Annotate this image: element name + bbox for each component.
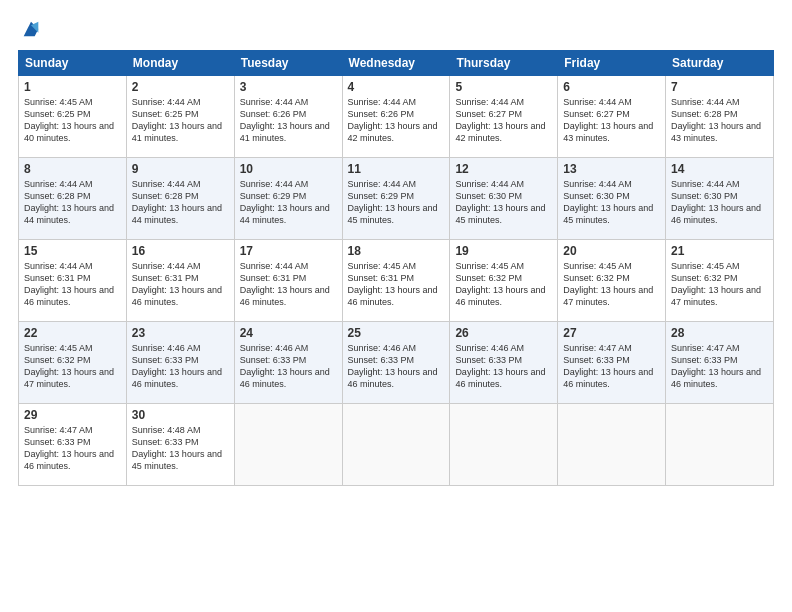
calendar-cell: 6 Sunrise: 4:44 AMSunset: 6:27 PMDayligh… [558,76,666,158]
day-number: 27 [563,326,660,340]
logo [18,18,42,40]
day-number: 7 [671,80,768,94]
calendar-cell: 28 Sunrise: 4:47 AMSunset: 6:33 PMDaylig… [666,322,774,404]
calendar-cell: 8 Sunrise: 4:44 AMSunset: 6:28 PMDayligh… [19,158,127,240]
day-info: Sunrise: 4:45 AMSunset: 6:32 PMDaylight:… [671,261,761,307]
header-sunday: Sunday [19,51,127,76]
day-info: Sunrise: 4:44 AMSunset: 6:25 PMDaylight:… [132,97,222,143]
calendar-cell [666,404,774,486]
day-number: 10 [240,162,337,176]
calendar-cell: 1 Sunrise: 4:45 AMSunset: 6:25 PMDayligh… [19,76,127,158]
calendar-cell: 30 Sunrise: 4:48 AMSunset: 6:33 PMDaylig… [126,404,234,486]
day-info: Sunrise: 4:44 AMSunset: 6:30 PMDaylight:… [455,179,545,225]
day-info: Sunrise: 4:45 AMSunset: 6:25 PMDaylight:… [24,97,114,143]
day-info: Sunrise: 4:44 AMSunset: 6:31 PMDaylight:… [24,261,114,307]
day-info: Sunrise: 4:44 AMSunset: 6:29 PMDaylight:… [240,179,330,225]
day-info: Sunrise: 4:44 AMSunset: 6:26 PMDaylight:… [240,97,330,143]
header-monday: Monday [126,51,234,76]
day-info: Sunrise: 4:44 AMSunset: 6:28 PMDaylight:… [24,179,114,225]
calendar-cell: 26 Sunrise: 4:46 AMSunset: 6:33 PMDaylig… [450,322,558,404]
logo-icon [20,18,42,40]
header-saturday: Saturday [666,51,774,76]
day-info: Sunrise: 4:44 AMSunset: 6:30 PMDaylight:… [563,179,653,225]
calendar-cell: 24 Sunrise: 4:46 AMSunset: 6:33 PMDaylig… [234,322,342,404]
calendar-table: Sunday Monday Tuesday Wednesday Thursday… [18,50,774,486]
calendar-cell: 25 Sunrise: 4:46 AMSunset: 6:33 PMDaylig… [342,322,450,404]
header-friday: Friday [558,51,666,76]
day-number: 9 [132,162,229,176]
calendar-cell: 12 Sunrise: 4:44 AMSunset: 6:30 PMDaylig… [450,158,558,240]
calendar-cell: 3 Sunrise: 4:44 AMSunset: 6:26 PMDayligh… [234,76,342,158]
day-number: 13 [563,162,660,176]
header [18,18,774,40]
header-thursday: Thursday [450,51,558,76]
calendar-cell [558,404,666,486]
day-number: 15 [24,244,121,258]
calendar-cell: 13 Sunrise: 4:44 AMSunset: 6:30 PMDaylig… [558,158,666,240]
day-info: Sunrise: 4:44 AMSunset: 6:29 PMDaylight:… [348,179,438,225]
calendar-cell: 10 Sunrise: 4:44 AMSunset: 6:29 PMDaylig… [234,158,342,240]
calendar-row: 1 Sunrise: 4:45 AMSunset: 6:25 PMDayligh… [19,76,774,158]
day-number: 1 [24,80,121,94]
calendar-cell: 14 Sunrise: 4:44 AMSunset: 6:30 PMDaylig… [666,158,774,240]
calendar-cell [234,404,342,486]
calendar-cell: 27 Sunrise: 4:47 AMSunset: 6:33 PMDaylig… [558,322,666,404]
day-info: Sunrise: 4:45 AMSunset: 6:32 PMDaylight:… [563,261,653,307]
day-number: 14 [671,162,768,176]
calendar-cell: 4 Sunrise: 4:44 AMSunset: 6:26 PMDayligh… [342,76,450,158]
calendar-cell [450,404,558,486]
day-number: 20 [563,244,660,258]
calendar-header-row: Sunday Monday Tuesday Wednesday Thursday… [19,51,774,76]
calendar-row: 15 Sunrise: 4:44 AMSunset: 6:31 PMDaylig… [19,240,774,322]
day-number: 29 [24,408,121,422]
calendar-cell: 23 Sunrise: 4:46 AMSunset: 6:33 PMDaylig… [126,322,234,404]
day-number: 6 [563,80,660,94]
day-number: 12 [455,162,552,176]
calendar-row: 29 Sunrise: 4:47 AMSunset: 6:33 PMDaylig… [19,404,774,486]
day-info: Sunrise: 4:47 AMSunset: 6:33 PMDaylight:… [671,343,761,389]
calendar-cell: 29 Sunrise: 4:47 AMSunset: 6:33 PMDaylig… [19,404,127,486]
day-info: Sunrise: 4:44 AMSunset: 6:28 PMDaylight:… [671,97,761,143]
day-info: Sunrise: 4:48 AMSunset: 6:33 PMDaylight:… [132,425,222,471]
day-info: Sunrise: 4:44 AMSunset: 6:30 PMDaylight:… [671,179,761,225]
day-info: Sunrise: 4:44 AMSunset: 6:26 PMDaylight:… [348,97,438,143]
day-number: 23 [132,326,229,340]
day-number: 22 [24,326,121,340]
calendar-cell: 20 Sunrise: 4:45 AMSunset: 6:32 PMDaylig… [558,240,666,322]
calendar-cell: 2 Sunrise: 4:44 AMSunset: 6:25 PMDayligh… [126,76,234,158]
day-info: Sunrise: 4:44 AMSunset: 6:31 PMDaylight:… [132,261,222,307]
day-info: Sunrise: 4:45 AMSunset: 6:32 PMDaylight:… [455,261,545,307]
day-info: Sunrise: 4:45 AMSunset: 6:31 PMDaylight:… [348,261,438,307]
day-info: Sunrise: 4:44 AMSunset: 6:27 PMDaylight:… [455,97,545,143]
day-number: 17 [240,244,337,258]
day-number: 24 [240,326,337,340]
day-info: Sunrise: 4:45 AMSunset: 6:32 PMDaylight:… [24,343,114,389]
day-number: 26 [455,326,552,340]
calendar-cell: 18 Sunrise: 4:45 AMSunset: 6:31 PMDaylig… [342,240,450,322]
day-info: Sunrise: 4:47 AMSunset: 6:33 PMDaylight:… [563,343,653,389]
calendar-row: 8 Sunrise: 4:44 AMSunset: 6:28 PMDayligh… [19,158,774,240]
day-info: Sunrise: 4:46 AMSunset: 6:33 PMDaylight:… [348,343,438,389]
calendar-cell: 17 Sunrise: 4:44 AMSunset: 6:31 PMDaylig… [234,240,342,322]
day-info: Sunrise: 4:46 AMSunset: 6:33 PMDaylight:… [132,343,222,389]
day-number: 3 [240,80,337,94]
calendar-cell: 9 Sunrise: 4:44 AMSunset: 6:28 PMDayligh… [126,158,234,240]
day-info: Sunrise: 4:47 AMSunset: 6:33 PMDaylight:… [24,425,114,471]
calendar-cell: 21 Sunrise: 4:45 AMSunset: 6:32 PMDaylig… [666,240,774,322]
calendar-cell: 11 Sunrise: 4:44 AMSunset: 6:29 PMDaylig… [342,158,450,240]
day-number: 5 [455,80,552,94]
calendar-cell [342,404,450,486]
calendar-cell: 19 Sunrise: 4:45 AMSunset: 6:32 PMDaylig… [450,240,558,322]
day-number: 19 [455,244,552,258]
page: Sunday Monday Tuesday Wednesday Thursday… [0,0,792,612]
day-number: 18 [348,244,445,258]
day-info: Sunrise: 4:46 AMSunset: 6:33 PMDaylight:… [455,343,545,389]
day-number: 2 [132,80,229,94]
header-wednesday: Wednesday [342,51,450,76]
day-info: Sunrise: 4:44 AMSunset: 6:31 PMDaylight:… [240,261,330,307]
calendar-row: 22 Sunrise: 4:45 AMSunset: 6:32 PMDaylig… [19,322,774,404]
calendar-cell: 7 Sunrise: 4:44 AMSunset: 6:28 PMDayligh… [666,76,774,158]
day-number: 4 [348,80,445,94]
calendar-cell: 15 Sunrise: 4:44 AMSunset: 6:31 PMDaylig… [19,240,127,322]
calendar-cell: 5 Sunrise: 4:44 AMSunset: 6:27 PMDayligh… [450,76,558,158]
